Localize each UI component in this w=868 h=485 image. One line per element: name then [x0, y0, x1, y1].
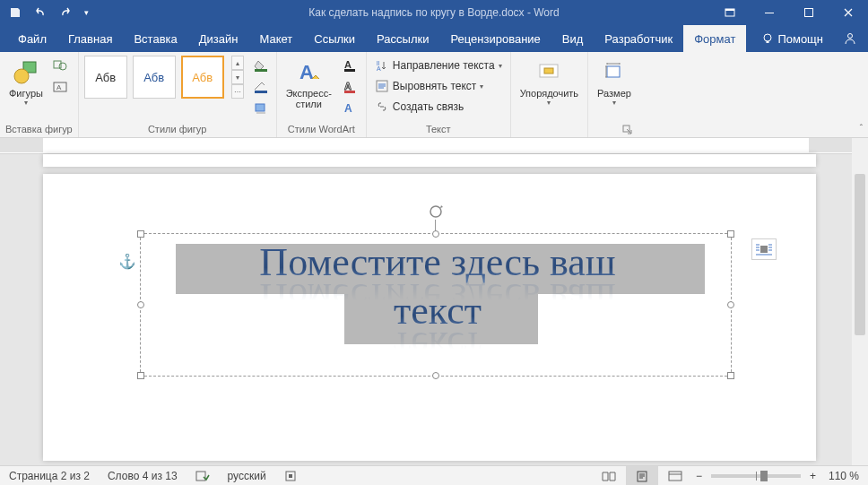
group-label-wordart-styles: Стили WordArt	[282, 124, 360, 137]
tell-me[interactable]: Помощн	[752, 25, 832, 52]
status-macro[interactable]	[275, 466, 306, 485]
view-print-layout[interactable]	[626, 466, 658, 485]
size-label: Размер	[597, 88, 631, 99]
redo-button[interactable]	[54, 2, 77, 23]
text-direction-icon: llA	[375, 58, 389, 73]
link-icon	[375, 100, 389, 114]
save-button[interactable]	[4, 2, 27, 23]
text-direction-button[interactable]: llA Направление текста▾	[372, 56, 505, 75]
text-box-button[interactable]: A	[50, 77, 70, 97]
tab-design[interactable]: Дизайн	[188, 25, 249, 52]
tell-me-label: Помощн	[777, 32, 823, 46]
zoom-out[interactable]: −	[692, 466, 706, 485]
shape-fill-button[interactable]	[251, 56, 271, 75]
handle-tm[interactable]	[432, 230, 439, 238]
svg-text:A: A	[344, 59, 352, 70]
text-effects-button[interactable]: A	[341, 99, 360, 118]
maximize-button[interactable]	[789, 0, 829, 25]
status-proofing[interactable]	[187, 466, 219, 485]
shape-style-2[interactable]: Абв	[133, 56, 176, 99]
layout-options-button[interactable]	[751, 238, 777, 260]
edit-shape-icon	[53, 59, 67, 72]
vertical-scrollbar[interactable]	[852, 138, 868, 465]
read-mode-icon	[601, 470, 617, 482]
handle-ml[interactable]	[137, 301, 144, 308]
text-fill-button[interactable]: A	[341, 56, 360, 75]
handle-bm[interactable]	[432, 372, 439, 379]
svg-rect-3	[805, 9, 813, 17]
qat-customize[interactable]: ▾	[79, 2, 93, 23]
handle-tr[interactable]	[727, 230, 734, 238]
tab-view[interactable]: Вид	[551, 25, 595, 52]
tab-home[interactable]: Главная	[57, 25, 123, 52]
page-2[interactable]: ⚓ Поместите здесь ваш Поместите здесь ва…	[43, 174, 816, 461]
gallery-scroll[interactable]: ▴▾⋯	[231, 56, 244, 99]
shape-effects-button[interactable]	[251, 99, 271, 118]
tab-file[interactable]: Файл	[7, 25, 57, 52]
svg-rect-31	[607, 66, 620, 77]
shape-style-1[interactable]: Абв	[84, 56, 127, 99]
create-link-button[interactable]: Создать связь	[372, 97, 505, 117]
align-text-button[interactable]: Выровнять текст▾	[372, 76, 505, 96]
print-layout-icon	[635, 470, 649, 482]
minimize-icon	[764, 7, 775, 18]
tab-references[interactable]: Ссылки	[303, 25, 366, 52]
horizontal-ruler[interactable]	[0, 138, 852, 154]
titlebar: ▾ Как сделать надпись по кругу в Ворде.d…	[0, 0, 868, 25]
status-language[interactable]: русский	[219, 466, 275, 485]
view-web-layout[interactable]	[658, 466, 692, 485]
ribbon: Фигуры ▾ A Вставка фигур Абв Абв Абв ▴▾⋯	[0, 52, 868, 138]
shapes-icon	[13, 58, 39, 85]
dialog-launcher-size[interactable]	[622, 125, 633, 135]
tab-developer[interactable]: Разработчик	[594, 25, 683, 52]
status-page[interactable]: Страница 2 из 2	[0, 466, 99, 485]
tab-format[interactable]: Формат	[683, 25, 746, 52]
svg-rect-15	[256, 104, 265, 111]
outline-icon	[253, 81, 269, 93]
handle-br[interactable]	[727, 372, 734, 379]
shapes-button[interactable]: Фигуры ▾	[5, 56, 47, 108]
close-button[interactable]	[829, 0, 868, 25]
view-read-mode[interactable]	[592, 466, 626, 485]
status-words[interactable]: Слово 4 из 13	[99, 466, 187, 485]
handle-bl[interactable]	[137, 372, 144, 379]
zoom-slider[interactable]	[711, 474, 801, 478]
quick-styles-button[interactable]: A Экспресс- стили	[282, 56, 335, 111]
tab-mailings[interactable]: Рассылки	[366, 25, 439, 52]
page-1-bottom[interactable]	[43, 154, 816, 167]
text-fill-icon: A	[343, 59, 359, 72]
svg-text:A: A	[344, 81, 352, 91]
group-wordart-styles: A Экспресс- стили A A A Стили WordArt	[277, 52, 367, 137]
svg-rect-44	[289, 474, 292, 478]
zoom-knob[interactable]	[760, 471, 768, 481]
size-button[interactable]: Размер ▾	[594, 56, 635, 108]
zoom-in[interactable]: +	[806, 466, 820, 485]
arrange-button[interactable]: Упорядочить ▾	[516, 56, 582, 108]
anchor-icon: ⚓	[118, 253, 136, 270]
minimize-button[interactable]	[750, 0, 789, 25]
ribbon-display-options[interactable]	[710, 0, 750, 25]
effects-icon	[253, 102, 269, 115]
share-button[interactable]	[832, 25, 868, 52]
handle-mr[interactable]	[727, 301, 734, 308]
group-size: Размер ▾	[588, 52, 640, 137]
collapse-ribbon[interactable]: ˆ	[860, 124, 863, 134]
shape-outline-button[interactable]	[251, 77, 271, 97]
rotate-handle[interactable]	[428, 204, 444, 220]
svg-point-4	[764, 34, 771, 41]
text-outline-button[interactable]: A	[341, 77, 360, 97]
zoom-level[interactable]: 110 %	[820, 466, 868, 485]
tab-review[interactable]: Рецензирование	[439, 25, 551, 52]
undo-button[interactable]	[29, 2, 52, 23]
edit-shape-button[interactable]	[50, 56, 70, 75]
tab-layout[interactable]: Макет	[248, 25, 303, 52]
svg-rect-14	[255, 91, 267, 93]
tab-insert[interactable]: Вставка	[123, 25, 187, 52]
quick-styles-label: Экспресс- стили	[286, 88, 332, 109]
shape-style-3[interactable]: Абв	[181, 56, 224, 99]
handle-tl[interactable]	[137, 230, 144, 238]
svg-rect-49	[669, 472, 681, 481]
shape-style-gallery[interactable]: Абв Абв Абв ▴▾⋯	[84, 56, 244, 99]
svg-rect-16	[256, 112, 265, 114]
shape-selection-box[interactable]	[140, 233, 732, 377]
